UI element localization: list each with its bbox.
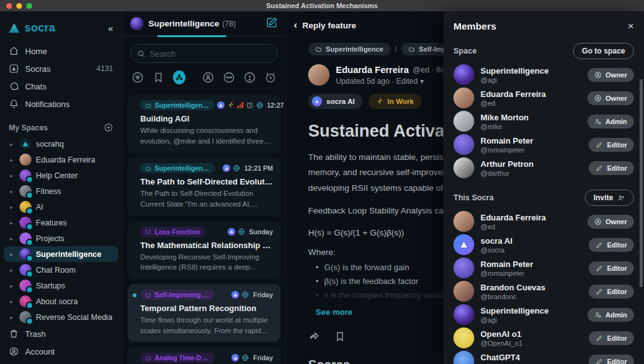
expand-icon[interactable]: ▸ <box>10 299 15 305</box>
member-row[interactable]: socra AI@socra Editor <box>453 233 634 256</box>
feed-card-selected[interactable]: Self-Improving AI Sy... Friday Temporal … <box>128 284 280 342</box>
role-badge-owner[interactable]: Owner <box>587 215 634 229</box>
tag-badge[interactable]: Self-Improving AI Sy... <box>140 290 214 300</box>
role-badge-editor[interactable]: Editor <box>589 355 634 364</box>
feed-card[interactable]: Superintelligence 12:27 PM Building AGI … <box>128 94 280 152</box>
filter-bookmarks-icon[interactable] <box>152 71 165 84</box>
role-badge-owner[interactable]: Owner <box>587 91 634 105</box>
socra-ai-badge[interactable]: socra AI <box>308 94 362 109</box>
role-badge-admin[interactable]: Admin <box>587 308 634 322</box>
sidebar-item-chats[interactable]: Chats <box>0 77 122 95</box>
breadcrumb-separator: / <box>395 45 397 54</box>
sidebar-item-account[interactable]: Account <box>0 343 122 360</box>
filter-network-icon[interactable] <box>173 71 186 84</box>
expand-icon[interactable]: ▸ <box>10 204 15 210</box>
role-badge-editor[interactable]: Editor <box>589 285 634 299</box>
share-icon[interactable] <box>308 331 320 343</box>
feed-search[interactable] <box>130 44 278 63</box>
sidebar-space-socrahq[interactable]: ▸ socrahq <box>4 136 118 152</box>
role-badge-owner[interactable]: Owner <box>587 68 634 82</box>
sidebar-space-eduarda[interactable]: ▸ Eduarda Ferreira <box>4 152 118 168</box>
sidebar-space-about-socra[interactable]: ▸ About socra <box>4 293 118 309</box>
member-row[interactable]: Romain Peter@romainpeter Editor <box>453 256 634 280</box>
expand-icon[interactable]: ▸ <box>10 314 15 321</box>
sidebar-space-features[interactable]: ▸ Features <box>4 215 118 230</box>
add-space-icon[interactable] <box>104 123 113 132</box>
sidebar-space-chat-room[interactable]: ▸ Chat Room <box>4 262 118 278</box>
author-avatar[interactable] <box>308 64 330 86</box>
role-badge-admin[interactable]: Admin <box>587 115 634 128</box>
role-badge-editor[interactable]: Editor <box>589 331 634 345</box>
sidebar-space-startups[interactable]: ▸ Startups <box>4 278 118 293</box>
space-avatar <box>19 295 31 307</box>
member-row[interactable]: Eduarda Ferreira@ed Owner <box>453 210 634 233</box>
go-to-space-button[interactable]: Go to space <box>573 43 634 59</box>
feed-card[interactable]: Analog Time-Domain C... Friday Building … <box>128 347 280 364</box>
member-row[interactable]: Superintelligence@agi Admin <box>453 303 634 326</box>
filter-more-icon[interactable] <box>223 71 235 84</box>
member-row[interactable]: Superintelligence@agi Owner <box>453 63 634 86</box>
expand-icon[interactable]: ▸ <box>10 173 15 179</box>
breadcrumb-space[interactable]: Superintelligence <box>308 43 391 55</box>
scrollbar-thumb[interactable] <box>640 79 643 287</box>
status-badge[interactable]: In Work <box>369 94 421 109</box>
close-icon[interactable]: × <box>628 20 634 33</box>
member-row[interactable]: OpenAI o1@OpenAI_o1 Editor <box>453 326 634 350</box>
sidebar-space-reverse-social-media[interactable]: ▸ Reverse Social Media <box>4 309 118 325</box>
close-window-button[interactable] <box>6 3 12 9</box>
sidebar-space-superintelligence[interactable]: ▸ Superintelligence <box>4 246 118 262</box>
sidebar-item-trash[interactable]: Trash <box>0 325 122 343</box>
member-row[interactable]: Arthur Petron@darthur Editor <box>453 156 634 179</box>
zoom-window-button[interactable] <box>26 3 32 9</box>
minimize-window-button[interactable] <box>16 3 22 9</box>
home-icon <box>9 46 19 56</box>
sidebar-item-socras[interactable]: Socras 4131 <box>0 60 122 77</box>
sidebar-space-ai[interactable]: ▸ AI <box>4 199 118 215</box>
filter-people-icon[interactable] <box>202 71 214 84</box>
role-badge-editor[interactable]: Editor <box>589 261 634 275</box>
compose-button[interactable] <box>266 16 278 31</box>
expand-icon[interactable]: ▸ <box>10 141 15 147</box>
member-row[interactable]: Mike Morton@mike Admin <box>453 110 634 133</box>
search-input[interactable] <box>150 49 271 59</box>
member-row[interactable]: Brandon Cuevas@brandonc Editor <box>453 280 634 303</box>
expand-icon[interactable]: ▸ <box>10 283 15 289</box>
sidebar-item-home[interactable]: Home <box>0 42 122 60</box>
member-row[interactable]: ChatGPT4@ChatGPT4 Editor <box>453 350 634 364</box>
role-badge-editor[interactable]: Editor <box>589 138 634 152</box>
brand-name: socra <box>25 21 108 35</box>
role-badge-editor[interactable]: Editor <box>589 161 634 175</box>
member-row[interactable]: Romain Peter@romainpeter Editor <box>453 133 634 156</box>
expand-icon[interactable]: ▸ <box>10 157 15 163</box>
bookmark-icon[interactable] <box>334 331 346 343</box>
role-badge-editor[interactable]: Editor <box>589 238 634 252</box>
edited-caret-icon[interactable]: ▾ <box>420 77 424 86</box>
socra-ai-icon <box>223 164 230 172</box>
collapse-sidebar-icon[interactable]: « <box>108 23 113 33</box>
sidebar-space-help-center[interactable]: ▸ Help Center <box>4 168 118 183</box>
expand-icon[interactable]: ▸ <box>10 251 15 258</box>
tag-badge[interactable]: Analog Time-Domain C... <box>140 353 214 363</box>
tag-badge[interactable]: Superintelligence <box>140 163 214 173</box>
back-icon[interactable]: ‹ <box>294 19 297 31</box>
filter-reminders-icon[interactable] <box>264 71 277 84</box>
expand-icon[interactable]: ▸ <box>10 267 15 273</box>
sidebar-space-projects[interactable]: ▸ Projects <box>4 230 118 246</box>
invite-button[interactable]: Invite <box>585 190 634 206</box>
feed-card[interactable]: Loss Function Sunday The Mathematical Re… <box>128 221 280 279</box>
tag-badge[interactable]: Loss Function <box>140 227 205 237</box>
feed-card-list: Superintelligence 12:27 PM Building AGI … <box>123 92 286 364</box>
sidebar-item-notifications[interactable]: Notifications <box>0 95 122 113</box>
expand-icon[interactable]: ▸ <box>10 220 15 226</box>
author-name[interactable]: Eduarda Ferreira <box>336 65 409 75</box>
feed-card[interactable]: Superintelligence 12:21 PM The Path to S… <box>128 157 280 215</box>
editor-pencil-icon <box>596 334 603 342</box>
sidebar-space-fitness[interactable]: ▸ Fitness <box>4 183 118 199</box>
filter-all-icon[interactable] <box>131 71 144 84</box>
expand-icon[interactable]: ▸ <box>10 188 15 195</box>
editor-pencil-icon <box>596 241 603 249</box>
tag-badge[interactable]: Superintelligence <box>140 100 214 110</box>
filter-alerts-icon[interactable] <box>243 71 256 84</box>
member-row[interactable]: Eduarda Ferreira@ed Owner <box>453 86 634 110</box>
expand-icon[interactable]: ▸ <box>10 236 15 242</box>
